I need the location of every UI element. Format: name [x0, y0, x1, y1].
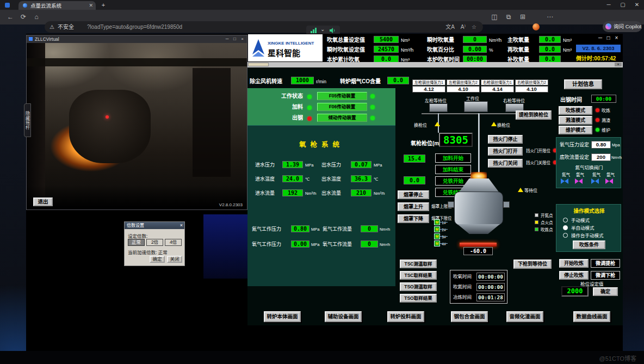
lift-to-swap-button[interactable]: 提枪到换枪位	[516, 110, 552, 120]
nav-audio-slag[interactable]: 音频化渣画面	[506, 311, 543, 322]
n2-valve-icon[interactable]	[561, 178, 568, 184]
home-icon[interactable]: ⌂	[30, 10, 42, 24]
back-icon[interactable]: ←	[4, 10, 16, 24]
nav-charging[interactable]: 转炉投料画面	[387, 311, 424, 322]
tso-result-button[interactable]: TSO取样结果	[400, 294, 437, 303]
trunnion-right	[503, 201, 510, 208]
speed-option-normal[interactable]: 正常	[128, 239, 145, 246]
drive-f06-button[interactable]: F06传动装置	[317, 103, 367, 111]
firedoor-stop-button[interactable]: 挡火门停止	[488, 135, 523, 144]
o2-pressure-value[interactable]: 0.80	[591, 141, 611, 149]
extensions-icon[interactable]: ⊞	[517, 10, 529, 24]
radio-label[interactable]: 半自动模式	[571, 225, 595, 231]
chevron-down-icon[interactable]: ⌄	[320, 26, 325, 32]
speed-option-2x[interactable]: 2倍	[146, 239, 163, 246]
dialog-titlebar[interactable]: 倍数设置×	[125, 222, 184, 229]
blow-condition-button[interactable]: 吹炼条件	[573, 240, 605, 249]
browser-tab[interactable]: 点量云流系统 ✕	[18, 1, 96, 10]
signal-bars-icon	[315, 28, 317, 33]
tab-close-icon[interactable]: ✕	[89, 2, 93, 9]
copilot-button[interactable]: 询问 Copilot	[603, 21, 642, 32]
radio-semiauto-mode[interactable]	[563, 225, 568, 230]
firedoor-close-button[interactable]: 挡火门关闭	[488, 159, 523, 168]
ar-valve-icon[interactable]	[605, 178, 613, 184]
flow-setpoint-value[interactable]: 200	[591, 153, 611, 161]
metric-label: 吹氧百分比	[427, 47, 454, 53]
feed-start-button[interactable]: 加料开始	[435, 153, 471, 163]
workspace-icon[interactable]	[5, 3, 10, 8]
radio-console-manual-mode[interactable]	[563, 233, 568, 238]
security-label[interactable]: 不安全	[58, 21, 74, 33]
radio-label[interactable]: 操作台手动模式	[571, 233, 604, 239]
address-bar[interactable]: ⚠ 不安全 ?loadType=auto&group=6fdnw219850d …	[45, 21, 483, 33]
lance-setpoint-input[interactable]: 2000	[561, 286, 589, 297]
speaker-icon[interactable]	[329, 27, 336, 34]
drive-f05-button[interactable]: F05传动装置	[317, 92, 367, 100]
new-tab-button[interactable]: +	[99, 1, 108, 9]
nav-auxiliary[interactable]: 辅助设备画面	[325, 311, 362, 322]
scrollbar-thumb[interactable]	[248, 63, 269, 66]
viewer-maximize-icon[interactable]: □	[231, 35, 238, 43]
dialog-ok-button[interactable]: 确定	[150, 256, 165, 263]
slag-mode-button[interactable]: 溅渣模式	[559, 116, 592, 125]
window-minimize-button[interactable]: ─	[602, 0, 616, 10]
setpoint-confirm-button[interactable]: 确定	[593, 287, 618, 296]
viewer-3d-scene[interactable]: 退出 V2.8.0.2303	[27, 43, 247, 209]
tsc-result-button[interactable]: TSC取样结果	[400, 271, 437, 280]
nav-converter-body[interactable]: 转炉本体画面	[264, 311, 301, 322]
speed-option-4x[interactable]: 4倍	[165, 239, 182, 246]
hmi-minimize-icon[interactable]: ─	[597, 35, 604, 41]
trim-up-button[interactable]: 微调提枪	[591, 259, 620, 268]
scene-converter-silhouette	[69, 90, 151, 163]
hood-down-button[interactable]: 烟罩下降	[398, 214, 429, 223]
metric-label: 吹氧总量设定值	[327, 37, 365, 44]
profile-avatar[interactable]	[532, 23, 540, 30]
nav-data-curves[interactable]: 数据曲线画面	[573, 311, 610, 322]
read-aloud-icon[interactable]: A⁾	[461, 21, 466, 33]
metric-value: 0.0	[539, 46, 561, 53]
split-screen-icon[interactable]: ◫	[488, 10, 500, 24]
window-close-button[interactable]: ✕	[630, 0, 644, 10]
ar-valve-icon[interactable]	[575, 178, 583, 184]
scrollbar-arrow[interactable]: ▼	[615, 63, 622, 66]
blow-mode-button[interactable]: 吹炼模式	[559, 106, 592, 115]
hmi-scrollbar[interactable]: ▼	[247, 62, 623, 67]
lower-to-wait-button[interactable]: 下枪到等待位	[513, 260, 552, 269]
dialog-close-icon[interactable]: ×	[180, 222, 183, 229]
stop-blow-button[interactable]: 停止吹炼	[559, 271, 589, 280]
maintain-mode-button[interactable]: 维护模式	[559, 126, 592, 134]
url-text[interactable]: ?loadType=auto&group=6fdnw219850d	[87, 21, 182, 33]
dialog-cancel-button[interactable]: 关闭	[167, 256, 182, 263]
trim-down-button[interactable]: 微调下枪	[591, 271, 620, 280]
viewer-titlebar[interactable]: ZLLCVirtual ─ □ ×	[27, 35, 247, 43]
hood-up-button[interactable]: 烟罩上升	[398, 202, 429, 211]
hmi-close-icon[interactable]: ×	[613, 35, 620, 41]
legend-label: 吹炼点	[541, 227, 553, 233]
timer-label: 吹氧时间	[453, 274, 472, 280]
speed-dialog: 倍数设置× 设定倍数: 正常 2倍 4倍 当前加速倍数: 正常 确定 关闭	[124, 221, 185, 266]
viewer-minimize-icon[interactable]: ─	[224, 35, 231, 43]
n2-valve-icon[interactable]	[591, 178, 599, 184]
radio-manual-mode[interactable]	[563, 218, 568, 223]
viewer-close-icon[interactable]: ×	[239, 35, 246, 43]
reload-icon[interactable]: ⟳	[17, 10, 29, 24]
start-blow-button[interactable]: 开始吹炼	[559, 259, 589, 268]
plan-info-button[interactable]: 计划信息	[564, 79, 602, 89]
collections-icon[interactable]: ⧉	[503, 10, 515, 24]
tilt-drive-button[interactable]: 倾动传动装置	[317, 114, 367, 122]
translate-icon[interactable]: 文A	[445, 21, 455, 33]
tso-measure-button[interactable]: TSO测温取样	[400, 282, 437, 291]
nav-ladle-alloy[interactable]: 钢包合金画面	[451, 311, 488, 322]
firedoor-open-button[interactable]: 挡火门打开	[488, 147, 523, 156]
hood-stop-button[interactable]: 烟罩停止	[398, 190, 429, 199]
window-maximize-button[interactable]: ▢	[616, 0, 630, 10]
radio-label[interactable]: 手动模式	[571, 218, 590, 224]
favorite-icon[interactable]: ☆	[472, 21, 476, 33]
valve-pipe	[440, 236, 448, 237]
hmi-maximize-icon[interactable]: □	[605, 35, 612, 41]
fan-speed-label: 除尘风机转速	[250, 78, 282, 85]
exit-button[interactable]: 退出	[33, 198, 53, 206]
tsc-measure-button[interactable]: TSC测温取样	[400, 260, 437, 268]
joystick-toggle-tab[interactable]: 隐藏摇杆	[24, 103, 31, 137]
more-menu-icon[interactable]: ⋯	[544, 10, 556, 24]
